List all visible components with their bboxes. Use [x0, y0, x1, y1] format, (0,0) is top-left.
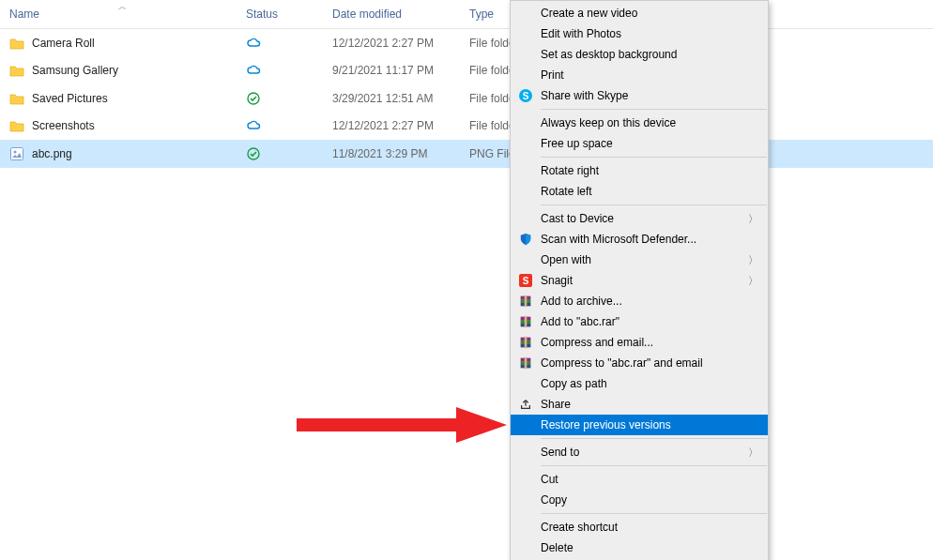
- image-icon: [9, 146, 24, 161]
- rar-icon: [518, 294, 533, 309]
- menu-item-rotate-left[interactable]: Rotate left: [511, 181, 768, 202]
- menu-item-label: Send to: [541, 446, 579, 459]
- cloud-status-icon: [246, 36, 261, 51]
- menu-item-scan-with-microsoft-defender[interactable]: Scan with Microsoft Defender...: [511, 229, 768, 250]
- menu-item-share-with-skype[interactable]: SShare with Skype: [511, 85, 768, 106]
- menu-item-label: Restore previous versions: [541, 418, 671, 431]
- menu-separator: [541, 438, 767, 439]
- menu-item-copy[interactable]: Copy: [511, 490, 768, 510]
- menu-item-label: Set as desktop background: [541, 48, 677, 61]
- file-date: 11/8/2021 3:29 PM: [332, 147, 469, 160]
- folder-icon: [9, 118, 24, 133]
- menu-separator: [541, 513, 767, 514]
- submenu-arrow-icon: 〉: [748, 212, 758, 226]
- menu-item-snagit[interactable]: SSnagit〉: [511, 270, 768, 291]
- sort-indicator-icon: ︿: [118, 1, 127, 13]
- menu-item-label: Add to archive...: [541, 295, 622, 308]
- menu-item-label: Cut: [541, 473, 558, 486]
- annotation-arrow-icon: [297, 405, 507, 445]
- menu-separator: [541, 157, 767, 158]
- synced-status-icon: [246, 146, 261, 161]
- menu-item-open-with[interactable]: Open with〉: [511, 250, 768, 270]
- menu-item-set-as-desktop-background[interactable]: Set as desktop background: [511, 44, 768, 65]
- file-date: 9/21/2021 11:17 PM: [332, 64, 469, 77]
- file-date: 12/12/2021 2:27 PM: [332, 119, 469, 132]
- file-list: ︿ Name Status Date modified Type Camera …: [0, 0, 933, 168]
- menu-item-label: Compress to "abc.rar" and email: [541, 356, 703, 370]
- snagit-icon: S: [518, 273, 533, 288]
- menu-item-free-up-space[interactable]: Free up space: [511, 133, 768, 154]
- table-row[interactable]: Camera Roll12/12/2021 2:27 PMFile folder: [0, 29, 933, 57]
- menu-item-label: Always keep on this device: [541, 116, 676, 129]
- rar-icon: [518, 356, 533, 371]
- folder-icon: [9, 63, 24, 78]
- menu-separator: [541, 465, 767, 466]
- menu-item-label: Create shortcut: [541, 521, 618, 534]
- context-menu[interactable]: Create a new videoEdit with PhotosSet as…: [510, 0, 769, 560]
- menu-item-share[interactable]: Share: [511, 394, 768, 415]
- menu-item-label: Copy: [541, 493, 567, 507]
- menu-item-copy-as-path[interactable]: Copy as path: [511, 373, 768, 394]
- menu-item-compress-and-email[interactable]: Compress and email...: [511, 332, 768, 353]
- menu-item-label: Create a new video: [541, 7, 637, 20]
- menu-item-label: Edit with Photos: [541, 27, 621, 40]
- menu-item-delete[interactable]: Delete: [511, 537, 768, 558]
- menu-item-create-a-new-video[interactable]: Create a new video: [511, 3, 768, 23]
- menu-item-cast-to-device[interactable]: Cast to Device〉: [511, 208, 768, 229]
- rar-icon: [518, 335, 533, 350]
- shield-icon: [518, 232, 533, 247]
- file-name: Saved Pictures: [32, 92, 108, 105]
- menu-item-label: Share: [541, 398, 571, 411]
- synced-status-icon: [246, 91, 261, 106]
- menu-separator: [541, 109, 767, 110]
- submenu-arrow-icon: 〉: [748, 253, 758, 267]
- file-name: Camera Roll: [32, 37, 95, 50]
- column-headers: ︿ Name Status Date modified Type: [0, 0, 933, 29]
- table-row[interactable]: Saved Pictures3/29/2021 12:51 AMFile fol…: [0, 84, 933, 113]
- menu-separator: [541, 204, 767, 205]
- col-header-status[interactable]: Status: [246, 8, 332, 21]
- file-date: 12/12/2021 2:27 PM: [332, 37, 469, 50]
- submenu-arrow-icon: 〉: [748, 446, 758, 460]
- folder-icon: [9, 36, 24, 51]
- menu-item-label: Cast to Device: [541, 212, 614, 225]
- file-name: abc.png: [32, 147, 72, 160]
- menu-item-label: Add to "abc.rar": [541, 315, 619, 328]
- menu-item-always-keep-on-this-device[interactable]: Always keep on this device: [511, 113, 768, 133]
- menu-item-restore-previous-versions[interactable]: Restore previous versions: [511, 415, 768, 435]
- menu-item-label: Rotate right: [541, 164, 599, 177]
- menu-item-rotate-right[interactable]: Rotate right: [511, 160, 768, 181]
- menu-item-label: Scan with Microsoft Defender...: [541, 233, 696, 246]
- file-name: Samsung Gallery: [32, 64, 118, 77]
- menu-item-add-to-abc-rar[interactable]: Add to "abc.rar": [511, 311, 768, 332]
- menu-item-cut[interactable]: Cut: [511, 469, 768, 490]
- file-name: Screenshots: [32, 119, 95, 132]
- menu-item-label: Compress and email...: [541, 336, 653, 349]
- table-row[interactable]: Samsung Gallery9/21/2021 11:17 PMFile fo…: [0, 57, 933, 85]
- menu-item-send-to[interactable]: Send to〉: [511, 442, 768, 462]
- table-row[interactable]: abc.png11/8/2021 3:29 PMPNG File: [0, 140, 933, 168]
- menu-item-label: Share with Skype: [541, 89, 628, 102]
- menu-item-compress-to-abc-rar-and-email[interactable]: Compress to "abc.rar" and email: [511, 353, 768, 373]
- menu-item-label: Rotate left: [541, 185, 592, 198]
- menu-item-label: Delete: [541, 541, 574, 554]
- menu-item-label: Copy as path: [541, 377, 607, 390]
- menu-item-label: Print: [541, 68, 564, 82]
- cloud-status-icon: [246, 118, 261, 133]
- share-icon: [518, 397, 533, 412]
- menu-item-add-to-archive[interactable]: Add to archive...: [511, 291, 768, 311]
- rar-icon: [518, 314, 533, 329]
- menu-item-print[interactable]: Print: [511, 65, 768, 85]
- svg-marker-0: [297, 407, 507, 443]
- menu-item-label: Snagit: [541, 274, 573, 287]
- menu-item-label: Free up space: [541, 137, 613, 150]
- file-date: 3/29/2021 12:51 AM: [332, 92, 469, 105]
- col-header-date[interactable]: Date modified: [332, 8, 469, 21]
- menu-item-edit-with-photos[interactable]: Edit with Photos: [511, 23, 768, 44]
- menu-item-label: Open with: [541, 253, 591, 266]
- menu-item-create-shortcut[interactable]: Create shortcut: [511, 517, 768, 537]
- cloud-status-icon: [246, 63, 261, 78]
- folder-icon: [9, 91, 24, 106]
- table-row[interactable]: Screenshots12/12/2021 2:27 PMFile folder: [0, 113, 933, 141]
- skype-icon: S: [518, 88, 533, 103]
